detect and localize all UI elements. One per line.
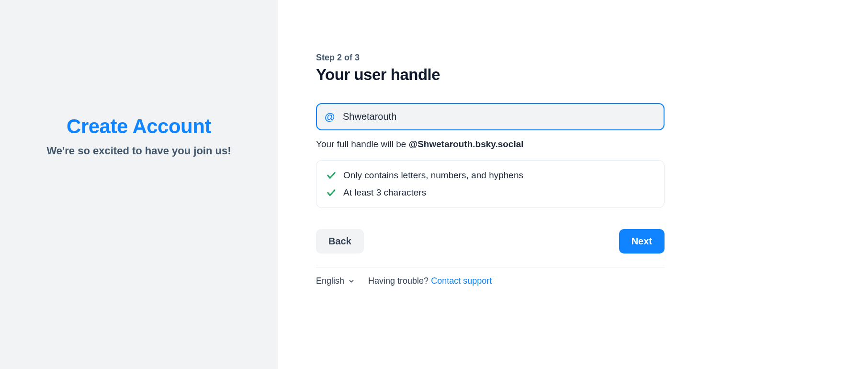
button-row: Back Next	[316, 229, 665, 254]
step-label: Step 2 of 3	[316, 53, 665, 63]
chevron-down-icon	[348, 278, 355, 285]
validation-box: Only contains letters, numbers, and hyph…	[316, 160, 665, 208]
support-text-wrap: Having trouble? Contact support	[368, 276, 492, 286]
check-icon	[326, 170, 337, 181]
next-button[interactable]: Next	[619, 229, 665, 254]
create-account-subtitle: We're so excited to have you join us!	[46, 145, 231, 157]
divider	[316, 267, 665, 267]
validation-text: Only contains letters, numbers, and hyph…	[343, 170, 523, 181]
language-label: English	[316, 276, 344, 286]
page-title: Your user handle	[316, 66, 665, 84]
form-wrap: Step 2 of 3 Your user handle @ Your full…	[316, 53, 665, 286]
check-icon	[326, 187, 337, 198]
validation-item: At least 3 characters	[326, 185, 654, 200]
full-handle-preview: Your full handle will be @Shwetarouth.bs…	[316, 139, 665, 150]
right-panel: Step 2 of 3 Your user handle @ Your full…	[278, 0, 868, 369]
validation-text: At least 3 characters	[343, 187, 426, 198]
handle-input[interactable]	[316, 103, 665, 130]
footer-row: English Having trouble? Contact support	[316, 276, 665, 286]
trouble-text: Having trouble?	[368, 276, 431, 286]
contact-support-link[interactable]: Contact support	[431, 276, 492, 286]
full-handle-value: @Shwetarouth.bsky.social	[409, 139, 524, 149]
full-handle-prefix: Your full handle will be	[316, 139, 409, 149]
handle-input-row: @	[316, 103, 665, 130]
left-panel: Create Account We're so excited to have …	[0, 0, 278, 369]
validation-item: Only contains letters, numbers, and hyph…	[326, 168, 654, 183]
create-account-title: Create Account	[67, 115, 211, 138]
language-select[interactable]: English	[316, 276, 355, 286]
back-button[interactable]: Back	[316, 229, 364, 254]
